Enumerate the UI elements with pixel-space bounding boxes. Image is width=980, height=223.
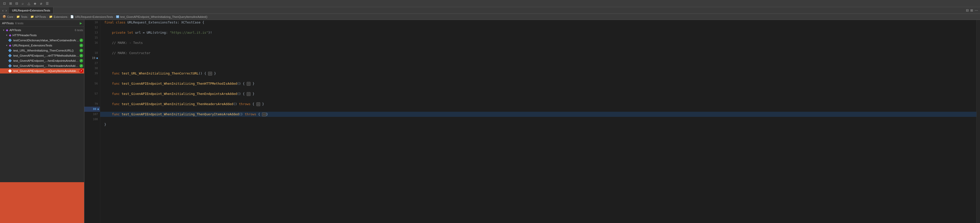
test5-status: ✗	[80, 69, 83, 73]
breadcrumb-sep-1: ›	[14, 15, 15, 18]
tab-forward-button[interactable]: ›	[5, 8, 8, 13]
breadcrumb-sep-2: ›	[29, 15, 29, 18]
tab-right-controls: ⊟ ⊞ ⋯	[964, 8, 980, 12]
folder-icon-ext: 📁	[49, 15, 52, 18]
code-line-79: func test_GivenAPIEndpoint_WhenInitializ…	[100, 101, 977, 107]
code-line-18: // MARK: Constructor	[100, 51, 977, 55]
test5-label: test_GivenAPIEndpoint_...nQueryItemsAreA…	[13, 70, 80, 73]
test2-status: ✓	[80, 54, 83, 57]
test1-label: test_URL_WhenInitializing_ThenCorrectURL…	[13, 49, 80, 52]
breadcrumb-sep-5: ›	[114, 15, 115, 18]
gutter-16: 16	[84, 40, 100, 46]
doc-icon[interactable]: ☰	[45, 1, 49, 6]
test1-diamond-icon	[8, 49, 12, 52]
fold-2[interactable]: ···	[247, 82, 251, 86]
diamond-icon[interactable]: ◈	[33, 1, 37, 6]
fold-3[interactable]: ···	[247, 92, 251, 96]
gutter-80: 80	[84, 107, 100, 112]
fold-4[interactable]: ···	[256, 102, 261, 106]
code-editor: 10 12 13 15 16 18 19 27 38 39 56 57 79	[84, 20, 980, 223]
warning-icon[interactable]: △	[27, 1, 31, 6]
code-line-16: // MARK: - Tests	[100, 40, 977, 46]
main-content: APITests 6 tests ▶ ▾ ◆ APITests 6 tests …	[0, 20, 980, 223]
breadcrumb-item-tests[interactable]: 📁 Tests	[16, 15, 28, 18]
gutter-107: 107	[84, 112, 100, 117]
sidebar-item-test3[interactable]: test_GivenAPIEndpoint_...henEndpointsAre…	[0, 58, 84, 63]
urlrequest-group-icon: ◆	[8, 44, 12, 47]
tab-urlrequest-extensions[interactable]: URLRequest+ExtensionsTests	[9, 7, 53, 14]
breadcrumb-sep-3: ›	[47, 15, 48, 18]
sidebar-item-test4[interactable]: test_GivenAPIEndpoint_...ThenHeadersAreA…	[0, 63, 84, 68]
sidebar-item-urlrequest-group[interactable]: ▾ ◆ URLRequest_ExtensionsTests ✓	[0, 43, 84, 48]
breadcrumb-item-extensions[interactable]: 📁 Extensions	[49, 15, 67, 18]
link-icon[interactable]: ⌀	[39, 1, 43, 6]
apitests-group-icon: ◆	[5, 28, 9, 32]
folder-icon-api: 📁	[30, 15, 34, 18]
breadcrumb-item-file[interactable]: 📄 URLRequest+ExtensionsTests	[70, 15, 113, 18]
breadcrumb-method-label: test_GivenAPIEndpoint_WhenInitializing_T…	[120, 15, 207, 18]
sidebar-item-test2[interactable]: test_GivenAPIEndpoint_...nHTTPMethodIsAd…	[0, 53, 84, 58]
test2-label: test_GivenAPIEndpoint_...nHTTPMethodIsAd…	[13, 54, 80, 57]
sidebar-item-httpheader[interactable]: ▾ ◆ HTTPHeaderTests	[0, 33, 84, 38]
status-pass-icon: ✓	[80, 38, 83, 42]
code-line-17	[100, 46, 977, 51]
sidebar-item-testcorrect[interactable]: testCorrectDictionaryValue_WhenContained…	[0, 38, 84, 43]
test4-diamond-icon	[8, 64, 12, 68]
window-icon[interactable]: ⊞	[8, 1, 13, 6]
code-line-blank1	[100, 76, 977, 81]
test4-label: test_GivenAPIEndpoint_...ThenHeadersAreA…	[13, 64, 80, 67]
test-count: 6 tests	[15, 22, 23, 25]
search-icon[interactable]: ⌕	[21, 1, 25, 6]
testcorrect-label: testCorrectDictionaryValue_WhenContained…	[13, 39, 80, 42]
sidebar-header: APITests 6 tests ▶	[0, 20, 84, 27]
editor-minimap	[977, 20, 980, 223]
more-icon[interactable]: ⋯	[975, 8, 978, 12]
breadcrumb-item-apitests[interactable]: 📁 APITests	[30, 15, 46, 18]
code-line-13: private let url = URL(string: "https://a…	[100, 30, 977, 35]
code-line-15	[100, 35, 977, 40]
fold-5[interactable]: ···	[262, 112, 266, 116]
sidebar-controls: ▶	[80, 21, 82, 25]
grid-icon[interactable]: ⊟	[14, 1, 19, 6]
breadcrumb-api-label: APITests	[35, 15, 46, 18]
breadcrumb-item-core[interactable]: 📦 Core	[3, 15, 13, 18]
breadcrumb-ext-label: Extensions	[54, 15, 67, 18]
test5-diamond-icon	[8, 69, 12, 73]
gutter-10: 10	[84, 20, 100, 25]
breadcrumb-item-method[interactable]: M test_GivenAPIEndpoint_WhenInitializing…	[116, 15, 208, 18]
fold-1[interactable]: ···	[208, 72, 212, 76]
test2-diamond-icon	[8, 54, 12, 57]
test-diamond-icon	[8, 38, 12, 42]
code-line-12	[100, 25, 977, 30]
gutter-15: 15	[84, 35, 100, 40]
test3-label: test_GivenAPIEndpoint_...henEndpointsAre…	[13, 59, 80, 62]
httpheader-group-icon: ◆	[8, 33, 12, 37]
sidebar-content: ▾ ◆ APITests 6 tests ▾ ◆ HTTPHeaderTests…	[0, 27, 84, 182]
sidebar-item-test1[interactable]: test_URL_WhenInitializing_ThenCorrectURL…	[0, 48, 84, 53]
sidebar-item-apitests-root[interactable]: ▾ ◆ APITests 6 tests	[0, 28, 84, 33]
toolbar: ⊡ ⊞ ⊟ ⌕ △ ◈ ⌀ ☰	[0, 0, 980, 7]
gutter-27: 27	[84, 61, 100, 66]
sidebar-item-test5[interactable]: test_GivenAPIEndpoint_...nQueryItemsAreA…	[0, 68, 84, 73]
method-type-icon: M	[116, 15, 119, 18]
sidebar-title: APITests	[2, 22, 14, 25]
group-status-icon: ✓	[80, 44, 83, 47]
split-vertical-icon[interactable]: ⊟	[966, 8, 969, 12]
tab-back-button[interactable]: ‹	[2, 8, 4, 13]
package-icon: 📦	[3, 15, 6, 18]
code-line-27	[100, 61, 977, 66]
test3-diamond-icon	[8, 59, 12, 63]
folder-icon[interactable]: ⊡	[2, 1, 6, 6]
code-line-39: func test_URL_WhenInitializing_ThenCorre…	[100, 71, 977, 76]
breadcrumb-sep-4: ›	[68, 15, 70, 18]
code-content[interactable]: final class URLRequest_ExtensionsTests: …	[100, 20, 977, 223]
code-line-57: func test_GivenAPIEndpoint_WhenInitializ…	[100, 91, 977, 96]
gutter-79: 79	[84, 101, 100, 107]
run-tests-icon[interactable]: ▶	[80, 21, 82, 25]
line-number-gutter: 10 12 13 15 16 18 19 27 38 39 56 57 79	[84, 20, 100, 223]
gutter-12: 12	[84, 25, 100, 30]
file-icon: 📄	[70, 15, 74, 18]
gutter-39: 39	[84, 71, 100, 76]
split-horizontal-icon[interactable]: ⊞	[970, 8, 973, 12]
code-line-107: }	[100, 122, 977, 127]
